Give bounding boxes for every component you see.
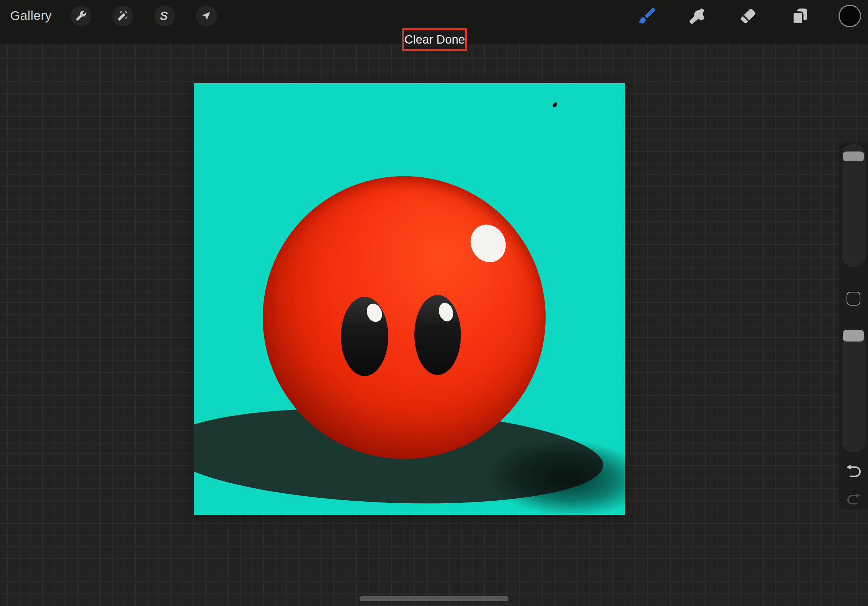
adjustments-button[interactable] <box>112 5 133 26</box>
undo-icon <box>845 475 862 480</box>
gallery-button[interactable]: Gallery <box>10 8 52 23</box>
brush-size-slider[interactable] <box>842 144 865 267</box>
brush-size-handle[interactable] <box>843 152 864 161</box>
annotation-label: Clear Done <box>405 33 465 46</box>
magic-wand-icon <box>118 10 128 22</box>
selection-s-icon: S <box>160 9 168 23</box>
sidebar <box>839 142 868 509</box>
redo-icon <box>846 502 862 507</box>
opacity-handle[interactable] <box>843 330 864 342</box>
drawing-canvas[interactable] <box>194 83 625 515</box>
undo-button[interactable] <box>845 464 862 480</box>
color-swatch-button[interactable] <box>839 5 861 27</box>
clear-done-annotation: Clear Done <box>402 28 467 51</box>
transform-button[interactable] <box>196 5 217 26</box>
home-indicator[interactable] <box>360 596 508 601</box>
stray-brush-mark <box>552 102 558 108</box>
wrench-icon <box>76 10 87 22</box>
red-ball-character <box>263 176 546 459</box>
actions-button[interactable] <box>71 5 91 26</box>
selection-button[interactable]: S <box>154 5 175 26</box>
smudge-hand-icon <box>688 6 707 27</box>
brush-tool-button[interactable] <box>637 5 658 27</box>
eraser-tool-button[interactable] <box>738 6 758 27</box>
smudge-tool-button[interactable] <box>688 6 707 27</box>
layers-icon <box>790 6 809 26</box>
layers-button[interactable] <box>790 6 809 26</box>
move-arrow-icon <box>202 11 212 22</box>
right-eye <box>414 295 461 375</box>
redo-button[interactable] <box>846 493 862 507</box>
eraser-icon <box>738 6 758 27</box>
procreate-screen: Gallery S <box>0 0 868 606</box>
modify-button[interactable] <box>846 292 860 306</box>
brush-icon <box>637 5 658 27</box>
opacity-slider[interactable] <box>842 328 865 452</box>
left-eye <box>341 297 388 376</box>
